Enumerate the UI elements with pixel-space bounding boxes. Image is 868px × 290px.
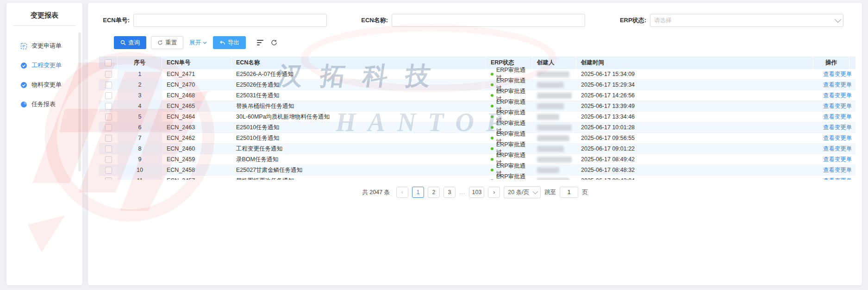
view-change-order-link[interactable]: 查看变更单 [823,145,852,153]
ecn-number: ECN_2460 [162,144,231,154]
created-time: 2025-06-17 08:48:32 [576,165,819,176]
view-change-order-link[interactable]: 查看变更单 [823,156,852,164]
ecn-number: ECN_2462 [162,133,231,144]
status-dot-icon [491,158,493,161]
erp-status-placeholder: 请选择 [654,17,672,25]
select-all-checkbox[interactable] [105,59,112,66]
query-button[interactable]: 查询 [114,36,146,49]
jump-page-input[interactable] [560,187,578,198]
ecn-no-label: ECN单号: [96,16,130,25]
status-dot-icon [491,73,493,76]
page-button-2[interactable]: 2 [428,187,440,198]
view-change-order-link[interactable]: 查看变更单 [823,102,852,110]
row-checkbox[interactable] [105,156,112,163]
page-button-1[interactable]: 1 [412,187,424,198]
row-checkbox[interactable] [105,135,112,142]
ecn-number: ECN_2468 [162,90,231,101]
sidebar-item-任务报表[interactable]: 任务报表 [20,95,82,114]
reset-button[interactable]: 重置 [151,36,183,49]
row-checkbox[interactable] [105,124,112,131]
sidebar-item-物料变更单[interactable]: 物料变更单 [20,75,82,95]
view-change-order-link[interactable]: 查看变更单 [823,113,852,121]
table-header: 序号 ECN单号 ECN名称 ERP状态 创建人 创建时间 操作 [99,57,856,69]
reload-icon[interactable] [271,39,277,46]
row-checkbox[interactable] [105,71,112,78]
search-icon [120,40,126,45]
table-row[interactable]: 7 ECN_2462 E25010任务通知 ERP审批通过 2025-06-17… [99,133,856,144]
erp-status-label: ERP状态: [613,16,646,25]
main-panel: ECN单号: ECN名称: ERP状态: 请选择 查询 [88,3,862,285]
erp-status: ERP审批通过 [486,176,532,180]
sidebar-item-工程变更单[interactable]: 工程变更单 [20,56,82,75]
view-change-order-link[interactable]: 查看变更单 [823,81,852,89]
ecn-no-input[interactable] [133,14,327,27]
table-row[interactable]: 8 ECN_2460 工程变更任务通知 ERP审批通过 2025-06-17 0… [99,144,856,154]
ecn-number: ECN_2465 [162,101,231,112]
row-checkbox[interactable] [105,167,112,174]
table-row[interactable]: 6 ECN_2463 E25010任务通知 ERP审批通过 2025-06-17… [99,122,856,133]
view-change-order-link[interactable]: 查看变更单 [823,92,852,100]
header-ecn: ECN单号 [162,57,231,69]
table-row[interactable]: 11 ECN_2457 替换图纸更改任务通知 ERP审批通过 2025-06-1… [99,176,856,180]
status-dot-icon [491,83,493,86]
expand-button[interactable]: 展开 [188,36,208,49]
ecn-name-input[interactable] [392,14,585,27]
next-page-button[interactable]: › [488,187,500,198]
created-time: 2025-06-17 09:01:22 [576,144,819,154]
table-scrollbar-gutter [849,57,856,69]
table-row[interactable]: 5 ECN_2464 30L-60MPa均质机新增物料任务通知 ERP审批通过 … [99,112,856,122]
page-ellipsis[interactable]: ... [459,189,465,195]
jump-suffix: 页 [582,189,588,196]
table-row[interactable]: 9 ECN_2459 录BOM任务通知 ERP审批通过 2025-06-17 0… [99,154,856,165]
row-checkbox[interactable] [105,177,112,180]
view-change-order-link[interactable]: 查看变更单 [823,177,852,180]
sidebar-item-变更申请单[interactable]: 变更申请单 [20,36,82,56]
created-time: 2025-06-17 13:34:46 [576,112,819,122]
ecn-number: ECN_2471 [162,69,231,80]
row-checkbox[interactable] [105,145,112,152]
view-change-order-link[interactable]: 查看变更单 [823,134,852,142]
status-dot-icon [491,179,493,180]
page-button-3[interactable]: 3 [443,187,456,198]
row-index: 6 [118,122,162,133]
view-change-order-link[interactable]: 查看变更单 [823,124,852,132]
chevron-down-icon [533,189,538,194]
sidebar-title: 变更报表 [6,3,82,25]
creator-redacted [532,80,576,90]
creator-redacted [532,154,576,165]
ecn-name: 替换吊桶组件任务通知 [231,101,486,112]
table-row[interactable]: 10 ECN_2458 E25027甘肃金鳞任务通知 ERP审批通过 2025-… [99,165,856,176]
pagination: 共 2047 条 ‹ 123 ... 103 › 20 条/页 跳至 页 [88,186,862,198]
table-row[interactable]: 4 ECN_2465 替换吊桶组件任务通知 ERP审批通过 2025-06-17… [99,101,856,112]
view-change-order-link[interactable]: 查看变更单 [823,166,852,174]
ecn-number: ECN_2458 [162,165,231,176]
table-row[interactable]: 2 ECN_2470 E25026任务通知 ERP审批通过 2025-06-17… [99,80,856,90]
creator-redacted [532,133,576,144]
row-checkbox[interactable] [105,103,112,110]
header-action: 操作 [813,57,849,69]
ecn-name: E25010任务通知 [231,122,486,133]
ecn-name: 工程变更任务通知 [231,144,486,154]
row-checkbox[interactable] [105,92,112,99]
table-row[interactable]: 1 ECN_2471 E25026-A-07任务通知 ERP审批通过 2025-… [99,69,856,80]
prev-page-button[interactable]: ‹ [396,187,408,198]
row-index: 11 [118,176,162,180]
erp-status-select[interactable]: 请选择 [650,14,843,27]
sidebar-scrollbar[interactable] [78,32,81,171]
view-change-order-link[interactable]: 查看变更单 [823,70,852,78]
status-dot-icon [491,105,493,107]
page-size-select[interactable]: 20 条/页 [504,186,541,198]
row-index: 8 [118,144,162,154]
created-time: 2025-06-17 08:49:42 [576,154,819,165]
row-checkbox[interactable] [105,82,112,88]
export-button[interactable]: 导出 [213,36,246,49]
row-checkbox[interactable] [105,113,112,120]
table-row[interactable]: 3 ECN_2468 E25031任务通知 ERP审批通过 2025-06-17… [99,90,856,101]
filter-ecn-name: ECN名称: [355,14,585,27]
density-icon[interactable] [257,40,263,45]
filter-ecn-no: ECN单号: [96,14,327,27]
row-index: 1 [118,69,162,80]
header-name: ECN名称 [231,57,486,69]
last-page-button[interactable]: 103 [469,187,484,198]
filter-bar: ECN单号: ECN名称: ERP状态: 请选择 [96,14,843,27]
